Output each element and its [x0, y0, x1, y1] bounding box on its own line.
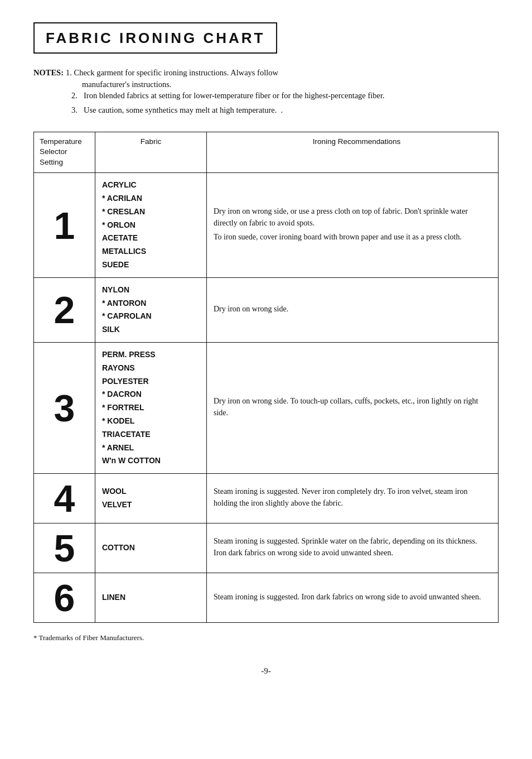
recs-cell: Dry iron on wrong side. To touch-up coll…: [207, 343, 499, 474]
footnote: * Trademarks of Fiber Manufacturers.: [33, 633, 499, 643]
setting-number-cell: 1: [34, 173, 95, 278]
setting-number: 4: [41, 479, 88, 517]
setting-number: 2: [41, 291, 88, 329]
recs-cell: Steam ironing is suggested. Never iron c…: [207, 474, 499, 523]
recs-cell: Steam ironing is suggested. Iron dark fa…: [207, 573, 499, 623]
table-row: 4WOOLVELVETSteam ironing is suggested. N…: [34, 474, 499, 523]
fabric-list: PERM. PRESSRAYONSPOLYESTER* DACRON* FORT…: [102, 348, 200, 468]
setting-number: 6: [41, 579, 88, 617]
fabric-cell: LINEN: [95, 573, 207, 623]
recs-text: Dry iron on wrong side.: [214, 303, 491, 315]
setting-number-cell: 3: [34, 343, 95, 474]
fabric-list: COTTON: [102, 541, 200, 555]
header-recs: Ironing Recommendations: [207, 132, 499, 173]
notes-item-2: 2. Iron blended fabrics at setting for l…: [84, 90, 499, 101]
setting-number: 3: [41, 389, 88, 427]
fabric-list: NYLON* ANTORON* CAPROLANSILK: [102, 284, 200, 337]
table-row: 3PERM. PRESSRAYONSPOLYESTER* DACRON* FOR…: [34, 343, 499, 474]
recs-cell: Dry iron on wrong side.: [207, 277, 499, 342]
fabric-list: WOOLVELVET: [102, 485, 200, 512]
fabric-list: LINEN: [102, 591, 200, 604]
fabric-cell: COTTON: [95, 523, 207, 573]
setting-number: 5: [41, 529, 88, 567]
fabric-cell: PERM. PRESSRAYONSPOLYESTER* DACRON* FORT…: [95, 343, 207, 474]
recs-text: Steam ironing is suggested. Sprinkle wat…: [214, 535, 491, 559]
recs-text: Steam ironing is suggested. Never iron c…: [214, 486, 491, 509]
fabric-cell: WOOLVELVET: [95, 474, 207, 523]
footnote-text: * Trademarks of Fiber Manufacturers.: [33, 633, 144, 642]
page-number: -9-: [33, 665, 499, 677]
page-title: FABRIC IRONING CHART: [46, 30, 265, 46]
table-row: 6LINENSteam ironing is suggested. Iron d…: [34, 573, 499, 623]
header-fabric: Fabric: [95, 132, 207, 173]
fabric-cell: NYLON* ANTORON* CAPROLANSILK: [95, 277, 207, 342]
fabric-list: ACRYLIC* ACRILAN* CRESLAN* ORLONACETATEM…: [102, 179, 200, 272]
recs-text: Dry iron on wrong side, or use a press c…: [214, 205, 491, 243]
setting-number-cell: 6: [34, 573, 95, 623]
recs-text: Dry iron on wrong side. To touch-up coll…: [214, 395, 491, 419]
title-box: FABRIC IRONING CHART: [33, 22, 277, 54]
setting-number-cell: 4: [34, 474, 95, 523]
header-temp: TemperatureSelector Setting: [34, 132, 95, 173]
notes-item-3: 3. Use caution, some synthetics may melt…: [84, 104, 499, 116]
recs-cell: Dry iron on wrong side, or use a press c…: [207, 173, 499, 278]
notes-label: NOTES:: [33, 67, 64, 90]
table-row: 1ACRYLIC* ACRILAN* CRESLAN* ORLONACETATE…: [34, 173, 499, 278]
table-row: 5COTTONSteam ironing is suggested. Sprin…: [34, 523, 499, 573]
recs-text: Steam ironing is suggested. Iron dark fa…: [214, 591, 491, 603]
table-row: 2NYLON* ANTORON* CAPROLANSILKDry iron on…: [34, 277, 499, 342]
setting-number-cell: 2: [34, 277, 95, 342]
notes-section: NOTES: 1. Check garment for specific iro…: [33, 67, 499, 116]
page-number-text: -9-: [261, 666, 271, 675]
notes-item-1: 1. Check garment for specific ironing in…: [66, 67, 278, 90]
setting-number-cell: 5: [34, 523, 95, 573]
recs-cell: Steam ironing is suggested. Sprinkle wat…: [207, 523, 499, 573]
setting-number: 1: [41, 206, 88, 244]
notes-list: 2. Iron blended fabrics at setting for l…: [84, 90, 499, 116]
fabric-cell: ACRYLIC* ACRILAN* CRESLAN* ORLONACETATEM…: [95, 173, 207, 278]
ironing-chart-table: TemperatureSelector Setting Fabric Ironi…: [33, 132, 499, 623]
